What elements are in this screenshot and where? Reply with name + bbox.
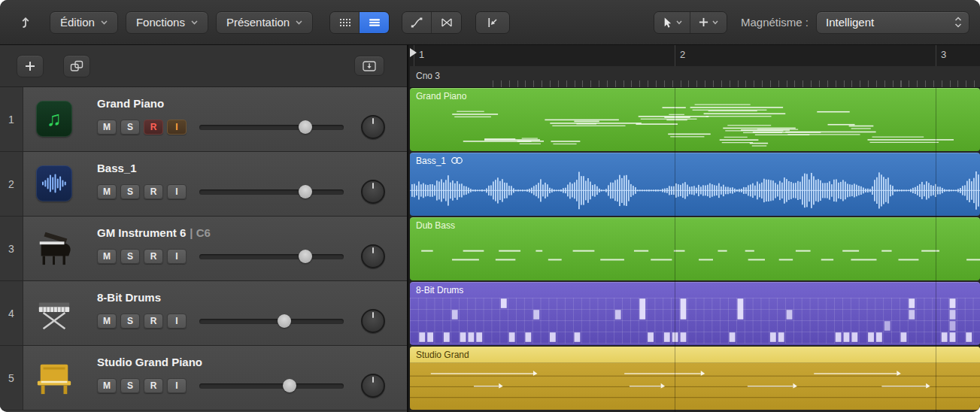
grid-view-button[interactable] — [330, 12, 360, 33]
track-panel-header — [0, 45, 407, 87]
region-name: Bass_1 — [416, 156, 446, 166]
input-monitoring-button[interactable]: I — [167, 249, 187, 264]
tracks-area[interactable]: 1 2 3 Cno 3 Grand Piano Bass_1 — [410, 45, 980, 412]
track-row[interactable]: 2 Bass_1 M S R I — [0, 152, 407, 217]
track-name[interactable]: 8-Bit Drums — [97, 291, 161, 304]
view-mode-switcher — [329, 11, 390, 34]
menu-button-label: Présentation — [226, 16, 290, 29]
volume-slider-thumb[interactable] — [278, 314, 291, 328]
record-enable-button[interactable]: R — [144, 184, 163, 199]
track-info: Bass_1 M S R I — [80, 152, 407, 216]
region-lane: Studio Grand — [410, 346, 980, 410]
volume-slider-track — [199, 254, 344, 259]
mute-button[interactable]: M — [97, 249, 117, 264]
duplicate-track-button[interactable] — [63, 55, 90, 77]
solo-button[interactable]: S — [120, 184, 140, 199]
bar-ruler[interactable]: 1 2 3 — [410, 45, 980, 67]
track-name[interactable]: Grand Piano — [97, 97, 164, 110]
mute-button[interactable]: M — [97, 184, 117, 199]
pointer-cursor-icon — [661, 17, 672, 29]
ruler-bar-number: 1 — [419, 49, 424, 60]
region[interactable]: Grand Piano — [410, 88, 980, 151]
region[interactable]: 8-Bit Drums — [410, 282, 980, 345]
fade-tool-button[interactable] — [402, 12, 432, 33]
track-number: 4 — [0, 281, 23, 345]
track-lanes-icon — [369, 18, 381, 27]
region-name: 8-Bit Drums — [416, 285, 463, 295]
solo-button[interactable]: S — [120, 120, 140, 135]
record-enable-button[interactable]: R — [144, 314, 163, 329]
pointer-tool-button[interactable] — [654, 12, 690, 33]
arrangement-lane: Cno 3 — [410, 66, 980, 88]
track-name[interactable]: GM Instrument 6 — [97, 226, 186, 239]
input-monitoring-button[interactable]: I — [167, 378, 187, 393]
mute-button[interactable]: M — [97, 314, 117, 329]
region-header: Dub Bass — [410, 217, 980, 233]
magnetism-dropdown[interactable]: Intelligent — [816, 11, 969, 34]
region-header: Studio Grand — [410, 347, 980, 363]
volume-slider[interactable] — [199, 184, 344, 199]
track-row[interactable]: 3 GM Instrument 6| C6 M S R I — [0, 217, 407, 281]
plus-icon — [25, 61, 35, 71]
arrangement-label: Cno 3 — [416, 71, 440, 81]
volume-slider-thumb[interactable] — [299, 120, 312, 134]
crosshair-tool-button[interactable] — [690, 12, 727, 33]
pan-knob[interactable] — [361, 115, 385, 139]
region-lane: Dub Bass — [410, 217, 980, 281]
menu-button[interactable]: Fonctions — [126, 11, 208, 34]
input-monitoring-button[interactable]: I — [167, 120, 187, 135]
volume-slider[interactable] — [199, 378, 344, 393]
ruler-ticks — [493, 80, 980, 87]
ruler-bar-number: 3 — [941, 49, 946, 60]
menu-button-label: Édition — [60, 16, 95, 29]
chevron-down-icon — [712, 20, 718, 25]
chevron-down-icon — [676, 20, 682, 25]
track-name[interactable]: Studio Grand Piano — [97, 356, 202, 368]
region-lane: Grand Piano — [410, 87, 980, 152]
track-header-collapse-button[interactable] — [354, 56, 384, 76]
record-enable-button[interactable]: R — [144, 249, 163, 264]
track-row[interactable]: 4 8-Bit Drums M S R I — [0, 281, 407, 346]
track-row[interactable]: 1 ♫ Grand Piano M S R I — [0, 87, 407, 152]
region[interactable]: Dub Bass — [410, 217, 980, 280]
menu-button[interactable]: Présentation — [216, 11, 313, 34]
pan-knob[interactable] — [361, 309, 385, 333]
add-track-button[interactable] — [17, 55, 44, 77]
mute-button[interactable]: M — [97, 120, 117, 135]
record-enable-button[interactable]: R — [144, 120, 163, 135]
catch-playhead-button[interactable] — [476, 12, 509, 33]
upright-piano-icon — [35, 359, 73, 396]
volume-slider-thumb[interactable] — [283, 379, 296, 392]
volume-slider-track — [199, 125, 344, 130]
grid-icon — [339, 18, 350, 27]
stereo-icon — [451, 156, 463, 165]
region-name: Grand Piano — [416, 91, 466, 101]
pan-knob[interactable] — [361, 180, 385, 204]
mute-button[interactable]: M — [97, 378, 117, 393]
volume-slider[interactable] — [199, 120, 344, 135]
pan-knob[interactable] — [361, 244, 385, 268]
tracks-view-button[interactable] — [360, 12, 389, 33]
catch-group — [475, 11, 510, 34]
pan-knob[interactable] — [361, 374, 385, 398]
marquee-tool-button[interactable] — [432, 12, 461, 33]
region[interactable]: Bass_1 — [410, 153, 980, 216]
volume-slider-thumb[interactable] — [299, 250, 312, 263]
back-arrow-button[interactable] — [11, 11, 41, 34]
volume-slider-thumb[interactable] — [299, 185, 312, 198]
region[interactable]: Studio Grand — [410, 347, 980, 410]
solo-button[interactable]: S — [120, 314, 140, 329]
menu-button[interactable]: Édition — [50, 11, 118, 34]
solo-button[interactable]: S — [120, 249, 140, 264]
solo-button[interactable]: S — [120, 378, 140, 393]
track-icon — [35, 294, 73, 332]
input-monitoring-button[interactable]: I — [167, 314, 187, 329]
record-enable-button[interactable]: R — [144, 378, 163, 393]
volume-slider[interactable] — [199, 314, 344, 329]
volume-slider[interactable] — [199, 249, 344, 264]
track-name[interactable]: Bass_1 — [97, 162, 137, 174]
track-row[interactable]: 5 Studio Grand Piano M S R I — [0, 346, 407, 410]
menu-button-label: Fonctions — [136, 16, 185, 29]
input-monitoring-button[interactable]: I — [167, 184, 187, 199]
audio-waveform-icon — [36, 165, 72, 201]
